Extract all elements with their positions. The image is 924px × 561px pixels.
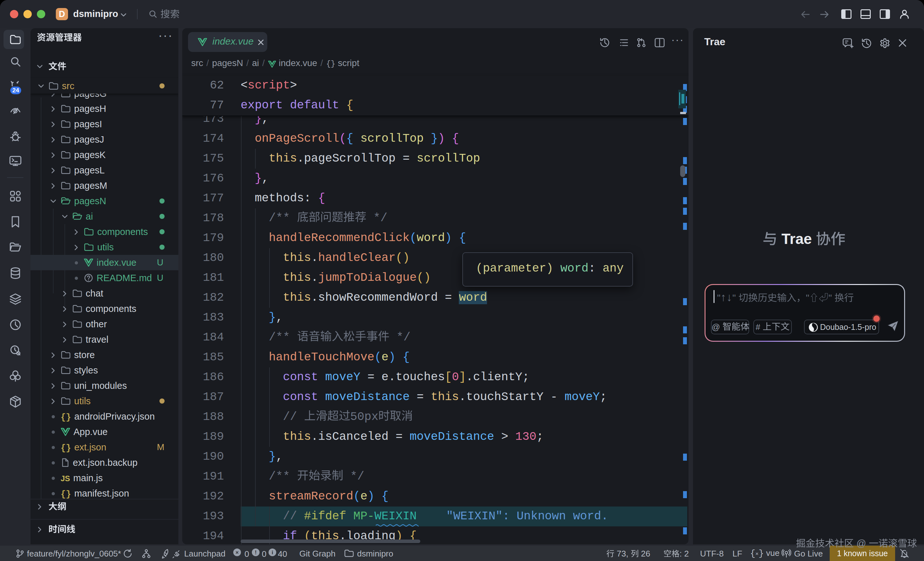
- svg-text:i: i: [272, 549, 273, 555]
- svg-text:24: 24: [12, 87, 19, 94]
- svg-text:×: ×: [236, 549, 239, 555]
- svg-text:!: !: [255, 549, 256, 555]
